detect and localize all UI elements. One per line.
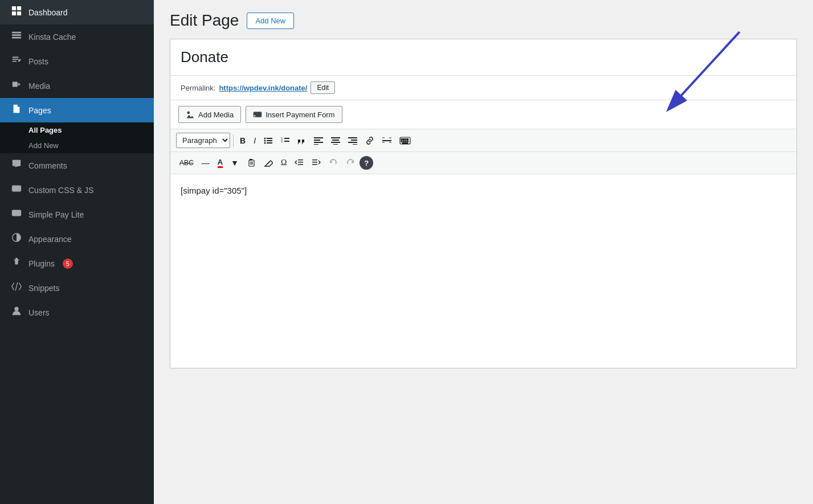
sidebar-sub-add-new[interactable]: Add New: [0, 138, 154, 153]
pages-icon: [10, 104, 23, 117]
permalink-url[interactable]: https://wpdev.ink/donate/: [219, 84, 307, 92]
tinymce-toolbar-row2: ABC — A ▼ Ω ?: [170, 152, 796, 174]
paste-button[interactable]: [243, 156, 259, 170]
ordered-list-button[interactable]: 1.2.: [277, 134, 293, 147]
sidebar-item-label: Posts: [28, 57, 48, 66]
align-center-button[interactable]: [328, 134, 344, 147]
sidebar-item-appearance[interactable]: Appearance: [0, 227, 154, 251]
shortcode-content: [simpay id="305"]: [181, 186, 247, 195]
add-new-button[interactable]: Add New: [247, 13, 294, 29]
svg-rect-52: [407, 141, 408, 142]
svg-rect-41: [348, 142, 357, 143]
svg-rect-3: [17, 11, 21, 15]
snippets-icon: [10, 281, 23, 294]
svg-rect-49: [401, 141, 402, 142]
tinymce-toolbar-row1: Paragraph B I 1.2.: [170, 129, 796, 152]
svg-rect-30: [284, 141, 289, 142]
omega-button[interactable]: Ω: [277, 156, 290, 170]
svg-rect-45: [401, 138, 402, 140]
svg-rect-6: [12, 37, 21, 39]
align-right-button[interactable]: [345, 134, 361, 147]
svg-rect-60: [298, 164, 303, 165]
svg-rect-33: [314, 142, 323, 143]
svg-rect-26: [267, 142, 272, 144]
indent-button[interactable]: [308, 157, 324, 169]
insert-payment-button[interactable]: Insert Payment Form: [246, 106, 342, 123]
text-color-button[interactable]: A: [214, 155, 226, 170]
link-button[interactable]: [362, 134, 378, 147]
add-media-button[interactable]: Add Media: [178, 106, 241, 123]
svg-rect-22: [267, 138, 272, 139]
appearance-icon: [10, 232, 23, 245]
text-color-dropdown[interactable]: ▼: [227, 156, 242, 170]
svg-rect-5: [12, 34, 21, 36]
align-left-button[interactable]: [311, 134, 326, 147]
svg-rect-35: [331, 137, 340, 138]
sidebar-item-label: Snippets: [28, 284, 59, 293]
editor-toolbar-top: Add Media Insert Payment Form: [170, 100, 796, 129]
svg-rect-4: [12, 32, 21, 34]
bold-button[interactable]: B: [236, 134, 249, 147]
svg-point-14: [14, 307, 18, 311]
svg-rect-50: [403, 141, 405, 142]
simple-pay-icon: [10, 208, 23, 221]
svg-rect-58: [298, 159, 303, 161]
sidebar-item-users[interactable]: Users: [0, 300, 154, 325]
eraser-button[interactable]: [260, 156, 276, 170]
svg-rect-54: [249, 160, 254, 166]
svg-rect-56: [250, 162, 253, 163]
redo-button[interactable]: [342, 156, 358, 170]
svg-point-23: [264, 140, 266, 141]
sidebar-item-label: Kinsta Cache: [28, 32, 76, 42]
svg-rect-51: [405, 141, 406, 142]
svg-rect-63: [312, 164, 317, 165]
sidebar-item-media[interactable]: Media: [0, 73, 154, 98]
svg-rect-0: [12, 6, 16, 10]
paragraph-select[interactable]: Paragraph: [176, 133, 230, 148]
blockquote-button[interactable]: [295, 134, 309, 147]
svg-rect-17: [254, 113, 262, 114]
page-header: Edit Page Add New: [170, 11, 797, 30]
svg-rect-39: [348, 137, 357, 138]
svg-rect-48: [407, 138, 408, 140]
outdent-button[interactable]: [291, 157, 307, 169]
sidebar-item-label: Media: [28, 81, 50, 91]
sidebar-sub-all-pages[interactable]: All Pages: [0, 122, 154, 138]
users-icon: [10, 306, 23, 319]
comments-icon: [10, 159, 23, 172]
svg-rect-34: [314, 144, 318, 145]
edit-permalink-button[interactable]: Edit: [311, 81, 335, 94]
editor-content-area[interactable]: [simpay id="305"]: [170, 174, 796, 368]
plugins-badge: 5: [63, 259, 73, 269]
svg-rect-47: [405, 138, 406, 140]
help-button[interactable]: ?: [359, 156, 373, 170]
hr-insert-button[interactable]: —: [198, 156, 213, 170]
permalink-row: Permalink: https://wpdev.ink/donate/ Edi…: [170, 76, 796, 100]
svg-rect-31: [314, 137, 323, 138]
svg-rect-2: [12, 11, 16, 15]
sidebar-item-pages[interactable]: Pages: [0, 98, 154, 122]
sidebar-item-custom-css-js[interactable]: Custom CSS & JS: [0, 178, 154, 202]
sidebar-item-kinsta-cache[interactable]: Kinsta Cache: [0, 24, 154, 49]
unordered-list-button[interactable]: [260, 134, 276, 147]
italic-button[interactable]: I: [250, 134, 259, 147]
undo-button[interactable]: [325, 156, 341, 170]
insert-payment-label: Insert Payment Form: [265, 110, 334, 119]
sidebar-item-comments[interactable]: Comments: [0, 153, 154, 178]
strikethrough-button[interactable]: ABC: [176, 157, 197, 169]
svg-point-25: [264, 142, 266, 144]
sidebar-item-plugins[interactable]: Plugins 5: [0, 251, 154, 276]
sidebar-item-posts[interactable]: Posts: [0, 49, 154, 73]
hr-button[interactable]: [379, 134, 395, 147]
svg-rect-46: [403, 138, 405, 140]
sidebar-item-simple-pay-lite[interactable]: Simple Pay Lite: [0, 202, 154, 227]
sidebar-item-snippets[interactable]: Snippets: [0, 276, 154, 300]
svg-point-21: [264, 137, 266, 139]
svg-rect-40: [351, 140, 357, 141]
keyboard-button[interactable]: [396, 133, 414, 148]
page-name-input[interactable]: [170, 39, 796, 76]
sidebar-item-label: Users: [28, 308, 50, 317]
sidebar-item-dashboard[interactable]: Dashboard: [0, 0, 154, 24]
permalink-label: Permalink:: [181, 84, 215, 92]
dashboard-icon: [10, 6, 23, 19]
